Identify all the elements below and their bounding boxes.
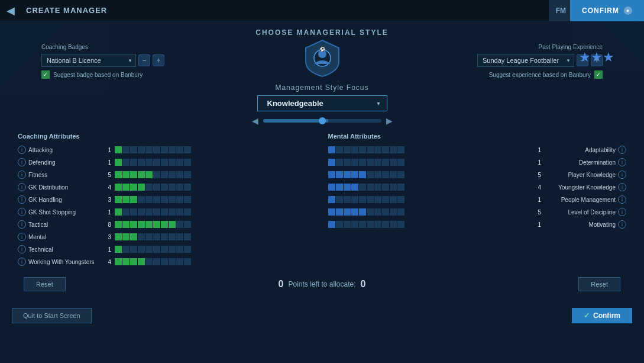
mental-attributes-title: Mental Attributes (328, 133, 627, 140)
attributes-section: Coaching Attributes i Attacking 1 i Defe… (18, 133, 626, 269)
technical-label: Technical (28, 246, 99, 253)
points-label: Points left to allocate: (288, 280, 355, 288)
main-content: CHOOSE MANAGERIAL STYLE Coaching Badges … (0, 21, 644, 303)
slider-right-arrow[interactable]: ▶ (386, 116, 393, 126)
points-display: 0 (361, 279, 366, 290)
defending-label: Defending (28, 159, 99, 166)
fitness-label: Fitness (28, 172, 99, 178)
adaptability-value: 1 (529, 147, 541, 153)
gk-hand-info-icon[interactable]: i (18, 195, 26, 204)
gk-shot-info-icon[interactable]: i (18, 208, 26, 216)
badges-minus-button[interactable]: − (138, 54, 150, 66)
avatar-section: ⚽ (305, 39, 340, 78)
working-youngsters-info-icon[interactable]: i (18, 258, 26, 266)
level-discipline-label: Level of Discipline (545, 209, 616, 216)
motivating-label: Motivating (545, 221, 616, 228)
mental-label: Mental (28, 234, 99, 240)
coaching-badges-controls: National B Licence National A Licence UE… (41, 54, 164, 67)
attr-row-gk-distribution: i GK Distribution 4 (18, 182, 316, 192)
technical-info-icon[interactable]: i (18, 245, 26, 253)
attr-row-mental: i Mental 3 (18, 232, 316, 242)
defending-info-icon[interactable]: i (18, 158, 26, 166)
attacking-info-icon[interactable]: i (18, 146, 26, 154)
gk-dist-value: 4 (99, 184, 111, 191)
attr-row-technical: i Technical 1 (18, 244, 316, 255)
working-youngsters-value: 4 (99, 259, 111, 265)
mental-row-motivating: 1 Motivating i (328, 219, 627, 230)
reset-right-button[interactable]: Reset (578, 277, 620, 291)
svg-text:⚽: ⚽ (319, 46, 325, 52)
level-discipline-info-icon[interactable]: i (618, 208, 626, 216)
suggest-badge-checkbox[interactable]: ✓ (41, 70, 50, 79)
tactical-value: 8 (99, 221, 111, 228)
mental-info-icon[interactable]: i (18, 233, 26, 241)
gk-dist-bar (115, 183, 316, 191)
suggest-badge-label: Suggest badge based on Banbury (53, 72, 143, 78)
slider-thumb[interactable] (319, 117, 326, 124)
defending-bar (115, 158, 316, 166)
mental-row-adaptability: 1 Adaptability i (328, 144, 627, 155)
motivating-info-icon[interactable]: i (618, 220, 626, 229)
coaching-badges-dropdown[interactable]: National B Licence National A Licence UE… (41, 54, 136, 67)
coaching-badges-section: Coaching Badges National B Licence Natio… (41, 44, 164, 79)
confirm-top-button[interactable]: CONFIRM ● (570, 0, 644, 21)
tactical-label: Tactical (28, 221, 99, 228)
coaching-attributes-title: Coaching Attributes (18, 133, 316, 140)
page-title: CREATE MANAGER (26, 6, 107, 15)
top-bar: ◀ CREATE MANAGER FM CONFIRM ● (0, 0, 644, 21)
attacking-value: 1 (99, 147, 111, 153)
player-knowledge-info-icon[interactable]: i (618, 171, 626, 179)
youngster-knowledge-value: 4 (529, 184, 541, 191)
coaching-badges-dropdown-wrap[interactable]: National B Licence National A Licence UE… (41, 54, 136, 67)
past-exp-dropdown[interactable]: Sunday League Footballer Semi-Profession… (477, 54, 574, 67)
people-management-label: People Management (545, 197, 616, 203)
attr-row-attacking: i Attacking 1 (18, 144, 316, 155)
fm-badge: FM (549, 0, 573, 21)
confirm-bottom-button[interactable]: ✓ Confirm (572, 308, 632, 323)
fitness-value: 5 (99, 172, 111, 178)
mental-row-determination: 1 Determination i (328, 157, 627, 168)
mental-row-player-knowledge: 5 Player Knowledge i (328, 169, 627, 180)
technical-value: 1 (99, 246, 111, 253)
back-button[interactable]: ◀ (0, 0, 21, 21)
determination-value: 1 (529, 159, 541, 166)
player-knowledge-label: Player Knowledge (545, 172, 616, 178)
badges-plus-button[interactable]: + (153, 54, 164, 66)
quit-button[interactable]: Quit to Start Screen (12, 308, 92, 323)
footer-bar: Quit to Start Screen ✓ Confirm (0, 303, 644, 328)
bottom-bar: Reset 0 Points left to allocate: 0 Reset (12, 272, 632, 296)
determination-info-icon[interactable]: i (618, 158, 626, 166)
gk-hand-bar (115, 195, 316, 204)
adaptability-info-icon[interactable]: i (618, 146, 626, 154)
star-manager-icon: ★★★ (579, 50, 614, 65)
confirm-check-icon: ✓ (584, 311, 590, 320)
style-focus-wrap[interactable]: Knowledgeable Attacking Defensive Tactic… (257, 95, 387, 111)
coaching-badges-label: Coaching Badges (41, 44, 88, 50)
attr-row-working-youngsters: i Working With Youngsters 4 (18, 256, 316, 267)
level-discipline-value: 5 (529, 209, 541, 216)
suggest-exp-checkbox[interactable]: ✓ (594, 70, 603, 79)
working-youngsters-bar (115, 258, 316, 266)
mental-value: 3 (99, 234, 111, 240)
attacking-bar-inner (115, 146, 191, 153)
adaptability-bar (328, 146, 526, 154)
past-exp-dropdown-wrap[interactable]: Sunday League Footballer Semi-Profession… (477, 54, 574, 67)
mental-row-level-discipline: 5 Level of Discipline i (328, 207, 627, 217)
slider-left-arrow[interactable]: ◀ (252, 116, 258, 126)
gk-dist-info-icon[interactable]: i (18, 183, 26, 191)
fitness-info-icon[interactable]: i (18, 171, 26, 179)
slider-track[interactable] (263, 119, 381, 123)
tactical-info-icon[interactable]: i (18, 220, 26, 229)
adaptability-label: Adaptability (545, 147, 616, 153)
people-management-info-icon[interactable]: i (618, 195, 626, 204)
mental-row-people-management: 1 People Management i (328, 194, 627, 205)
defending-value: 1 (99, 159, 111, 166)
youngster-knowledge-info-icon[interactable]: i (618, 183, 626, 191)
mental-bar (115, 233, 316, 241)
mental-row-youngster-knowledge: 4 Youngster Knowledge i (328, 182, 627, 192)
gk-shot-bar (115, 208, 316, 216)
style-focus-dropdown[interactable]: Knowledgeable Attacking Defensive Tactic… (257, 95, 387, 111)
reset-left-button[interactable]: Reset (24, 277, 66, 291)
motivating-value: 1 (529, 221, 541, 228)
technical-bar (115, 245, 316, 253)
